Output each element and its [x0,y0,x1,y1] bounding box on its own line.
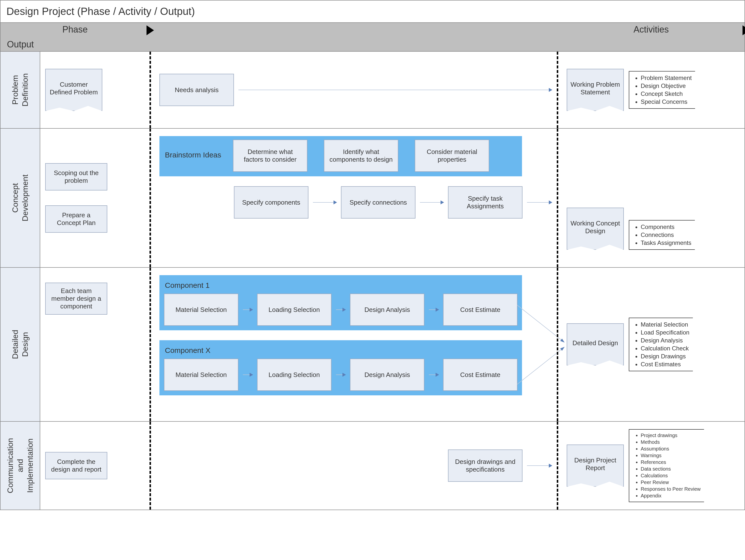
lane-divider [557,129,558,267]
diagram-title: Design Project (Phase / Activity / Outpu… [0,0,745,23]
activity-box: Cost Estimate [443,359,518,391]
activity-box: Cost Estimate [443,294,518,326]
phase-inputs: Complete the design and report [40,422,150,509]
component-group: Component X Material Selection Loading S… [159,340,522,395]
lane-divider [150,268,151,421]
activity-box: Material Selection [164,359,238,391]
phase-box: Complete the design and report [45,452,107,479]
phase-row-detailed-design: DetailedDesign Each team member design a… [0,268,745,422]
phase-label: DetailedDesign [0,268,40,421]
component-group: Component 1 Material Selection Loading S… [159,275,522,330]
document-box: Working Concept Design [567,208,624,250]
arrow-right-icon [527,465,552,466]
header-row: Phase Activities Output [0,23,745,52]
output-lane: Detailed Design Material Selection Load … [557,268,745,421]
phase-box: Prepare a Concept Plan [45,205,107,233]
activity-box: Specify task Assignments [448,186,522,219]
phase-label: CommunicationandImplementation [0,422,40,509]
phase-label: ConceptDevelopment [0,129,40,267]
group-label: Brainstorm Ideas [164,148,228,163]
activities-lane: Needs analysis [150,52,557,128]
activity-box: Identify what components to design [324,139,398,172]
phase-row-communication-implementation: CommunicationandImplementation Complete … [0,422,745,509]
activities-lane: Design drawings and specifications [150,422,557,509]
output-bullets: Material Selection Load Specification De… [629,318,693,371]
lane-divider [150,422,151,509]
output-lane: Design Project Report Project drawings M… [557,422,745,509]
document-box: Design Project Report [567,444,624,487]
activities-lane: Component 1 Material Selection Loading S… [150,268,557,421]
lane-divider [150,52,151,128]
lane-divider [150,129,151,267]
activity-box: Material Selection [164,294,238,326]
arrow-right-icon [420,202,444,203]
brainstorm-group: Brainstorm Ideas Determine what factors … [159,136,522,176]
phase-label: ProblemDefinition [0,52,40,128]
phase-box: Each team member design a component [45,283,107,315]
activity-box: Specify connections [341,186,416,219]
arrow-right-icon [313,202,336,203]
activity-box: Loading Selection [257,294,331,326]
activity-box: Design Analysis [350,359,424,391]
group-label: Component 1 [164,278,518,294]
group-label: Component X [164,344,518,359]
arrow-right-icon [527,202,552,203]
phase-inputs: Each team member design a component [40,268,150,421]
activity-box: Design Analysis [350,294,424,326]
arrow-right-icon [336,309,346,310]
output-bullets: Project drawings Methods Assumptions War… [629,429,704,502]
document-box: Working Problem Statement [567,69,624,111]
document-box: Detailed Design [567,323,624,366]
lane-divider [557,422,558,509]
activity-box: Design drawings and specifications [448,450,522,482]
activity-box: Loading Selection [257,359,331,391]
document-box: Customer Defined Problem [45,69,102,111]
arrow-right-icon [238,90,552,90]
activities-lane: Brainstorm Ideas Determine what factors … [150,129,557,267]
arrow-right-icon [429,374,439,375]
lane-divider [557,52,558,128]
output-bullets: Problem Statement Design Objective Conce… [629,71,695,109]
header-output: Output [0,38,40,51]
arrow-right-icon [243,309,253,310]
chevron-right-icon [147,25,154,35]
design-project-diagram: Design Project (Phase / Activity / Outpu… [0,0,745,510]
output-lane: Working Problem Statement Problem Statem… [557,52,745,128]
header-phase: Phase [0,23,150,38]
phase-inputs: Scoping out the problem Prepare a Concep… [40,129,150,267]
phase-inputs: Customer Defined Problem [40,52,150,128]
activity-box: Determine what factors to consider [233,139,307,172]
phase-box: Scoping out the problem [45,163,107,191]
activity-box: Consider material properties [415,139,489,172]
lane-divider [557,268,558,421]
arrow-right-icon [429,309,439,310]
header-activities: Activities [557,23,745,38]
output-lane: Working Concept Design Components Connec… [557,129,745,267]
activity-box: Specify components [234,186,309,219]
activity-box: Needs analysis [159,74,234,106]
phase-row-concept-development: ConceptDevelopment Scoping out the probl… [0,129,745,268]
output-bullets: Components Connections Tasks Assignments [629,220,695,250]
arrow-right-icon [336,374,346,375]
phase-row-problem-definition: ProblemDefinition Customer Defined Probl… [0,52,745,129]
chevron-right-icon [743,25,745,35]
arrow-right-icon [243,374,253,375]
